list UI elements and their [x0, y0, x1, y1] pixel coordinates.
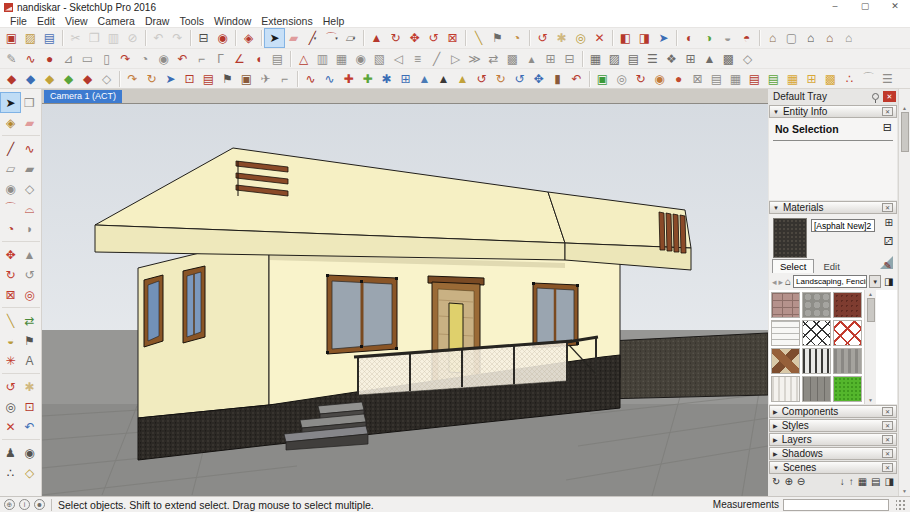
- menu-view[interactable]: View: [60, 15, 93, 27]
- plugin-tool-7-icon[interactable]: ↷: [116, 50, 135, 68]
- view-top-icon[interactable]: ▢: [782, 29, 801, 47]
- entity-details-icon[interactable]: ⊟: [883, 121, 892, 134]
- panel-header-scenes[interactable]: ▼ Scenes ✕: [769, 461, 897, 474]
- update-scene-icon[interactable]: ↻: [772, 476, 780, 488]
- glasses-tool-icon[interactable]: ✈: [256, 70, 275, 88]
- model-info-icon[interactable]: ◉: [213, 29, 232, 47]
- tray-close-button[interactable]: ✕: [883, 91, 896, 102]
- move-scene-down-icon[interactable]: ↓: [840, 476, 845, 488]
- layer-tool-1-icon[interactable]: ◆: [2, 70, 21, 88]
- plugin-tool-11-icon[interactable]: ⌐: [192, 50, 211, 68]
- move-blue-tool-icon[interactable]: ✥: [529, 70, 548, 88]
- toggle-terrain-icon[interactable]: ◑: [699, 29, 718, 47]
- paint-bucket-icon[interactable]: ◈: [239, 29, 258, 47]
- weld-green-tool-icon[interactable]: ✚: [358, 70, 377, 88]
- lines-gray-tool-icon[interactable]: ☰: [878, 70, 897, 88]
- plugin-tool-2-icon[interactable]: ∿: [21, 50, 40, 68]
- plugin-tool-33-icon[interactable]: ▤: [624, 50, 643, 68]
- create-material-icon[interactable]: ⚂: [883, 235, 893, 248]
- close-icon[interactable]: ✕: [882, 435, 893, 444]
- zoom-window-icon[interactable]: ⊡: [20, 397, 39, 416]
- undo-icon[interactable]: ↶: [149, 29, 168, 47]
- remove-scene-icon[interactable]: ⊖: [797, 476, 805, 488]
- collection-dropdown[interactable]: Landscaping, Fencing a: [793, 275, 867, 288]
- panel-header-styles[interactable]: ▶ Styles ✕: [769, 419, 897, 432]
- move-icon[interactable]: ✥: [1, 245, 20, 264]
- show-details-icon[interactable]: ▤: [871, 476, 880, 488]
- plugin-tool-36-icon[interactable]: ⊞: [681, 50, 700, 68]
- scale-icon[interactable]: ⊠: [443, 29, 462, 47]
- erase-icon[interactable]: ⊘: [123, 29, 142, 47]
- grid-yellow-tool-2-icon[interactable]: ⊞: [802, 70, 821, 88]
- layer-tool-2-icon[interactable]: ◆: [21, 70, 40, 88]
- measurements-input[interactable]: [783, 499, 889, 511]
- sign-in-icon[interactable]: ☻: [34, 499, 45, 510]
- plugin-tool-29-icon[interactable]: ⊞: [541, 50, 560, 68]
- menu-file[interactable]: File: [5, 15, 32, 27]
- scale-icon[interactable]: ⊠: [1, 285, 20, 304]
- plugin-tool-34-icon[interactable]: ☰: [643, 50, 662, 68]
- plugin-tool-37-icon[interactable]: ▲: [700, 50, 719, 68]
- geolocation-icon[interactable]: ⊕: [4, 499, 15, 510]
- previous-view-icon[interactable]: ◧: [616, 29, 635, 47]
- tab-select[interactable]: Select: [772, 259, 814, 273]
- loop-orange-tool-icon[interactable]: ↻: [491, 70, 510, 88]
- iron-fence-swatch[interactable]: [802, 348, 831, 374]
- plugin-tool-8-icon[interactable]: ◔: [135, 50, 154, 68]
- bend-tool-2-icon[interactable]: ↻: [142, 70, 161, 88]
- plugin-tool-12-icon[interactable]: Γ: [211, 50, 230, 68]
- zoom-icon[interactable]: ◎: [571, 29, 590, 47]
- pie-icon[interactable]: ◗: [20, 219, 39, 238]
- wire-mesh-swatch[interactable]: [771, 320, 800, 346]
- picket-fence-swatch[interactable]: [771, 376, 800, 402]
- tape-measure-icon[interactable]: ╲: [469, 29, 488, 47]
- close-icon[interactable]: ✕: [882, 421, 893, 430]
- zoom-extents-icon[interactable]: ✕: [590, 29, 609, 47]
- table-tool-3-icon[interactable]: ▦: [726, 70, 745, 88]
- refresh-red-tool-icon[interactable]: ↻: [631, 70, 650, 88]
- push-pull-icon[interactable]: ▲: [20, 245, 39, 264]
- table-green-tool-icon[interactable]: ▤: [764, 70, 783, 88]
- loop-blue-tool-icon[interactable]: ↺: [510, 70, 529, 88]
- swatch-scrollbar[interactable]: ▲ ▼: [864, 290, 876, 404]
- previous-view-icon[interactable]: ↶: [20, 417, 39, 436]
- circle-icon[interactable]: ◉: [1, 179, 20, 198]
- close-button[interactable]: ✕: [880, 0, 910, 14]
- material-name-input[interactable]: [811, 219, 875, 232]
- view-right-icon[interactable]: ⌂: [820, 29, 839, 47]
- green-box-tool-icon[interactable]: ▣: [593, 70, 612, 88]
- three-point-arc-icon[interactable]: ◔: [1, 219, 20, 238]
- plugin-tool-4-icon[interactable]: ⊿: [59, 50, 78, 68]
- plugin-tool-22-icon[interactable]: ≡: [408, 50, 427, 68]
- view-iso-icon[interactable]: ⌂: [763, 29, 782, 47]
- select-icon[interactable]: ➤: [1, 93, 20, 112]
- view-back-icon[interactable]: ⌂: [839, 29, 858, 47]
- panel-header-layers[interactable]: ▶ Layers ✕: [769, 433, 897, 446]
- scroll-up-icon[interactable]: ▲: [868, 291, 873, 297]
- layer-tool-6-icon[interactable]: ◇: [97, 70, 116, 88]
- menu-help[interactable]: Help: [318, 15, 350, 27]
- plugin-tool-3-icon[interactable]: ●: [40, 50, 59, 68]
- copy-icon[interactable]: ❐: [85, 29, 104, 47]
- weathered-boards-swatch[interactable]: [802, 376, 831, 402]
- curve-red-tool-icon[interactable]: ∿: [301, 70, 320, 88]
- scroll-thumb[interactable]: [867, 298, 875, 322]
- plugin-tool-31-icon[interactable]: ▦: [586, 50, 605, 68]
- drop-blue-tool-icon[interactable]: ▲: [415, 70, 434, 88]
- ring-tool-icon[interactable]: ◎: [612, 70, 631, 88]
- rectangle-icon[interactable]: ▱▾: [341, 29, 360, 47]
- add-location-icon[interactable]: ◐: [680, 29, 699, 47]
- pin-icon[interactable]: [872, 93, 879, 100]
- rectangle-icon[interactable]: ▱: [1, 159, 20, 178]
- arc-gray-tool-icon[interactable]: ⌒: [859, 70, 878, 88]
- view-options-icon[interactable]: ▦: [858, 476, 867, 488]
- rough-red-stone-swatch[interactable]: [833, 292, 862, 318]
- open-icon[interactable]: ▨: [21, 29, 40, 47]
- follow-me-icon[interactable]: ↺: [20, 265, 39, 284]
- move-icon[interactable]: ✥: [405, 29, 424, 47]
- layer-tool-4-icon[interactable]: ◆: [59, 70, 78, 88]
- walk-icon[interactable]: ∴: [1, 463, 20, 482]
- line-icon[interactable]: ╱: [1, 139, 20, 158]
- zoom-icon[interactable]: ◎: [1, 397, 20, 416]
- photo-textures-icon[interactable]: ◒: [718, 29, 737, 47]
